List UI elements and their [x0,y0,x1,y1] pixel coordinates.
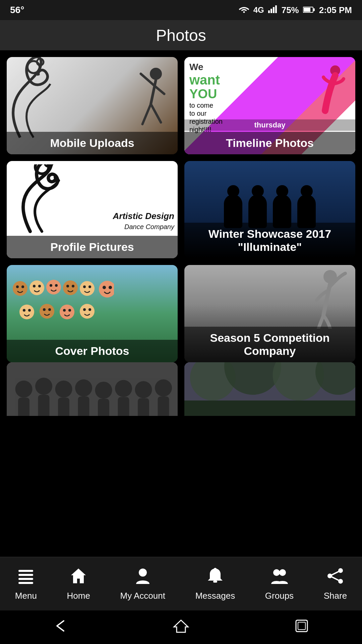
svg-line-87 [330,576,341,581]
svg-point-41 [43,308,46,311]
svg-rect-1 [268,10,270,13]
status-bar: 56° 4G 75% 2:05 PM [0,0,362,20]
nav-groups[interactable]: Groups [265,567,294,601]
bell-icon [206,567,225,588]
svg-point-20 [16,285,19,288]
svg-point-23 [33,285,36,287]
svg-point-29 [66,285,69,287]
photo-grid: Mobile Uploads We want YOU to come to ou… [0,50,362,362]
album-label-season5: Season 5 Competition Company [184,327,355,362]
svg-point-44 [63,309,66,312]
svg-point-82 [279,569,286,576]
album-mobile-uploads[interactable]: Mobile Uploads [7,57,178,154]
svg-point-19 [13,281,27,296]
home-button[interactable] [173,618,189,637]
svg-rect-73 [18,570,33,572]
bottom-nav: Menu Home My Account Messages [0,557,362,610]
svg-point-28 [63,280,78,295]
album-label-mobile-uploads: Mobile Uploads [7,132,178,154]
svg-point-81 [273,569,280,576]
svg-point-48 [88,308,91,311]
album-partial-right[interactable] [184,362,355,416]
svg-point-32 [83,285,86,288]
svg-point-42 [48,308,51,311]
svg-rect-3 [273,7,275,13]
share-icon [326,567,345,588]
svg-rect-74 [18,574,33,576]
svg-rect-75 [18,578,33,580]
svg-point-27 [55,284,58,287]
svg-line-13 [154,86,164,94]
wifi-icon [239,5,249,15]
nav-messages[interactable]: Messages [195,567,235,601]
svg-point-33 [88,285,91,288]
svg-point-59 [95,382,112,399]
nav-menu-label: Menu [15,591,37,601]
nav-menu[interactable]: Menu [15,567,37,601]
nav-share-label: Share [324,591,347,601]
nav-my-account[interactable]: My Account [120,567,165,601]
album-timeline-photos[interactable]: We want YOU to come to our registration … [184,57,355,154]
svg-marker-77 [71,569,86,583]
svg-rect-4 [275,5,277,13]
page-header: Photos [0,20,362,50]
svg-point-40 [40,304,54,319]
groups-icon [270,567,289,588]
svg-point-53 [35,378,52,395]
svg-point-35 [103,286,106,289]
svg-rect-79 [213,581,217,583]
nav-messages-label: Messages [195,591,235,601]
svg-point-36 [109,286,112,289]
album-winter-showcase[interactable]: Winter Showcase 2017 "Illuminate" [184,161,355,258]
svg-point-34 [99,281,114,298]
album-label-cover: Cover Photos [7,340,178,362]
back-button[interactable] [52,618,69,637]
nav-groups-label: Groups [265,591,294,601]
svg-marker-88 [174,620,188,632]
svg-rect-56 [58,398,69,416]
time: 2:05 PM [319,5,352,15]
page-title: Photos [156,26,206,45]
svg-point-55 [55,381,72,398]
signal-bars [268,5,278,15]
svg-rect-58 [78,396,89,416]
svg-line-15 [151,104,161,122]
battery-percent: 75% [282,5,299,15]
nav-share[interactable]: Share [324,567,347,601]
album-label-winter: Winter Showcase 2017 "Illuminate" [184,223,355,258]
svg-point-43 [60,305,74,319]
svg-rect-72 [184,400,355,416]
svg-rect-62 [118,397,129,416]
svg-line-14 [142,104,151,124]
signal-strength: 56° [10,5,24,15]
battery-icon [303,5,315,15]
nav-home[interactable]: Home [67,567,90,601]
nav-my-account-label: My Account [120,591,165,601]
svg-point-61 [115,380,132,397]
system-nav [0,610,362,644]
svg-point-45 [68,309,71,312]
status-right-group: 4G 75% 2:05 PM [239,5,352,15]
svg-point-63 [135,381,152,398]
svg-rect-76 [18,582,33,584]
svg-point-22 [29,280,44,295]
svg-point-0 [243,11,245,13]
svg-line-86 [330,571,341,576]
album-partial-left[interactable] [7,362,178,416]
svg-point-31 [80,281,95,296]
svg-point-26 [50,284,52,287]
svg-point-57 [75,379,92,396]
svg-point-46 [80,304,95,319]
svg-point-39 [28,309,31,312]
svg-point-21 [21,285,24,288]
svg-point-37 [19,305,34,319]
svg-point-65 [155,379,172,396]
album-profile-pictures[interactable]: Artistic Design Dance Company Profile Pi… [7,161,178,258]
menu-icon [16,567,35,588]
album-season5[interactable]: Season 5 Competition Company [184,265,355,362]
recent-apps-button[interactable] [293,618,310,637]
album-cover-photos[interactable]: Cover Photos [7,265,178,362]
photo-grid-partial [0,362,362,416]
svg-rect-54 [38,395,50,416]
network-type: 4G [253,5,264,15]
